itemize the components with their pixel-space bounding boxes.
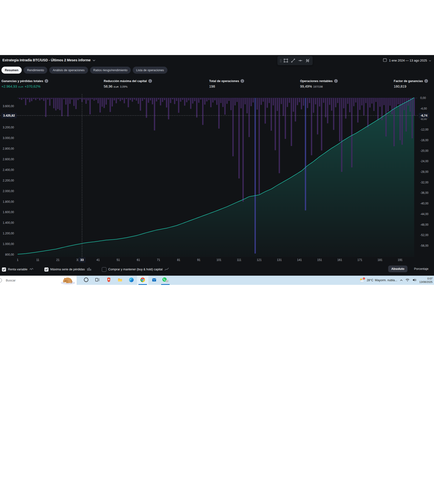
svg-text:32: 32 bbox=[166, 280, 168, 282]
info-icon[interactable] bbox=[148, 79, 152, 83]
trend-line-tool-icon[interactable] bbox=[290, 57, 297, 64]
tab-resumen[interactable]: Resumen bbox=[1, 67, 22, 74]
crosshair-trade-label: 33 bbox=[79, 257, 85, 263]
drag-handle-icon[interactable] bbox=[279, 57, 282, 64]
price-scale-tick: 2.400,00 bbox=[0, 168, 14, 172]
equity-curve-icon bbox=[29, 268, 34, 271]
tab-an-lisis-de-operaciones[interactable]: Análisis de operaciones bbox=[49, 67, 88, 74]
info-icon[interactable] bbox=[424, 79, 428, 83]
trade-axis-tick: 51 bbox=[117, 258, 120, 262]
stat-value: 180,819 bbox=[394, 84, 428, 88]
trade-axis-tick: 171 bbox=[357, 258, 362, 262]
price-scale-tick: 2.800,00 bbox=[0, 147, 14, 150]
search-box-image bbox=[54, 276, 77, 285]
trade-axis-tick: 1 bbox=[17, 258, 18, 262]
page-title: Estrategia Intradía BTC/USD - Últimos 2 … bbox=[2, 58, 91, 62]
taskbar-app-mail[interactable] bbox=[148, 276, 160, 285]
calendar-icon bbox=[383, 58, 387, 63]
candles-tool-icon[interactable] bbox=[304, 57, 311, 64]
checkbox-checked[interactable] bbox=[44, 268, 48, 271]
chart-pane[interactable]: 3.600,003.200,003.000,002.800,002.600,00… bbox=[0, 94, 434, 265]
date-range-label: 1 ene 2024 — 13 ago 2025 bbox=[389, 59, 427, 62]
stat-value: 58,96EUR3,09% bbox=[104, 84, 152, 88]
stat-value: 198 bbox=[209, 84, 244, 88]
crosshair-price-label: 3.425,82 bbox=[1, 113, 17, 118]
info-icon[interactable] bbox=[45, 79, 48, 83]
trade-axis-tick: 161 bbox=[337, 258, 342, 262]
trade-axis-tick: 71 bbox=[157, 258, 160, 262]
legend-toggle-comprar-y-mantener-buy-hold-ca[interactable]: Comprar y mantener (buy & hold) capital bbox=[102, 267, 169, 272]
windows-taskbar: Buscar 32 1 28°C Mayorm. nubla... 0:07 1… bbox=[0, 276, 434, 285]
drawdown-scale-tick: -28,00 bbox=[420, 170, 428, 173]
stat-value: +2.964,93EUR+370,62% bbox=[1, 84, 48, 88]
report-title-dropdown[interactable]: Estrategia Intradía BTC/USD - Últimos 2 … bbox=[2, 58, 95, 62]
legend-label: Renta variable bbox=[8, 268, 27, 271]
drawdown-scale-tick: -44,00 bbox=[420, 212, 428, 216]
cortana-icon bbox=[83, 277, 89, 283]
drawdown-scale-tick: -36,00 bbox=[420, 191, 428, 195]
search-input[interactable]: Buscar bbox=[0, 276, 77, 285]
taskbar-app-edge[interactable] bbox=[126, 276, 137, 285]
file-explorer-icon bbox=[117, 277, 123, 283]
stat-label: Reducción máxima del capital bbox=[104, 79, 147, 83]
mode-button-porcentaje[interactable]: Porcentaje bbox=[411, 266, 432, 272]
checkbox-unchecked[interactable] bbox=[102, 267, 106, 272]
chevron-down-icon bbox=[429, 59, 431, 62]
tab-rendimiento[interactable]: Rendimiento bbox=[24, 67, 47, 74]
series-legend: Renta variableMáxima serie de pérdidasCo… bbox=[2, 266, 169, 273]
drawdown-scale-tick: 0,00 bbox=[420, 96, 426, 100]
stat-factor-de-ganancias: Factor de ganancias180,819 bbox=[394, 79, 428, 88]
stat-reducci-n-m-xima-del-capital: Reducción máxima del capital58,96EUR3,09… bbox=[104, 79, 152, 88]
wifi-icon[interactable] bbox=[405, 278, 410, 282]
info-icon[interactable] bbox=[334, 79, 338, 83]
volume-icon[interactable] bbox=[412, 278, 417, 282]
price-scale-tick: 1.200,00 bbox=[0, 232, 14, 235]
stat-label: Factor de ganancias bbox=[394, 79, 423, 83]
checkbox-checked[interactable] bbox=[2, 268, 6, 271]
tab-ratios-riesgo-rendimiento[interactable]: Ratios riesgo/rendimiento bbox=[90, 67, 131, 74]
drawdown-scale-tick: -32,00 bbox=[420, 181, 428, 184]
chevron-up-icon[interactable] bbox=[400, 279, 403, 282]
taskbar-app-file-explorer[interactable] bbox=[114, 276, 126, 285]
stat-operaciones-rentables: Operaciones rentables99,49%197/198 bbox=[300, 79, 338, 88]
edge-icon bbox=[129, 277, 134, 283]
whatsapp-icon: 32 bbox=[162, 277, 169, 284]
weather-icon: 1 bbox=[359, 277, 365, 283]
taskbar-app-whatsapp[interactable]: 32 bbox=[160, 276, 171, 285]
taskbar-app-task-view[interactable] bbox=[92, 276, 103, 285]
weather-text: Mayorm. nubla... bbox=[375, 279, 397, 282]
stat-total-de-operaciones: Total de operaciones198 bbox=[209, 79, 244, 88]
trade-axis-tick: 141 bbox=[297, 258, 302, 262]
price-scale-tick: 3.600,00 bbox=[0, 105, 14, 108]
trade-axis-tick: 191 bbox=[398, 258, 403, 262]
legend-label: Comprar y mantener (buy & hold) capital bbox=[108, 268, 163, 271]
price-scale-tick: 2.000,00 bbox=[0, 189, 14, 193]
task-view-icon bbox=[95, 277, 100, 283]
horizontal-line-tool-icon[interactable] bbox=[297, 57, 304, 64]
search-icon bbox=[0, 278, 2, 282]
legend-toggle-renta-variable[interactable]: Renta variable bbox=[2, 268, 34, 271]
price-scale-tick: 1.600,00 bbox=[0, 210, 14, 214]
stat-label: Operaciones rentables bbox=[300, 79, 333, 83]
trade-axis-tick: 121 bbox=[257, 258, 262, 262]
legend-label: Máxima serie de pérdidas bbox=[50, 268, 85, 271]
taskbar-app-cortana[interactable] bbox=[80, 276, 92, 285]
trade-axis-tick: 111 bbox=[237, 258, 241, 262]
weather-widget[interactable]: 1 28°C Mayorm. nubla... bbox=[359, 277, 397, 283]
price-scale-tick: 3.000,00 bbox=[0, 136, 14, 140]
date-range-picker[interactable]: 1 ene 2024 — 13 ago 2025 bbox=[383, 58, 431, 63]
clock[interactable]: 0:07 13/08/2025 bbox=[419, 277, 433, 284]
report-tabs: ResumenRendimientoAnálisis de operacione… bbox=[1, 67, 168, 74]
equity-chart[interactable] bbox=[0, 94, 434, 265]
taskbar-app-brave[interactable] bbox=[103, 276, 114, 285]
taskbar-app-chrome[interactable] bbox=[137, 276, 148, 285]
tab-lista-de-operaciones[interactable]: Lista de operaciones bbox=[133, 67, 167, 74]
display-mode-buttons: AbsolutoPorcentaje bbox=[388, 266, 432, 272]
trade-axis-tick: 21 bbox=[56, 258, 59, 262]
price-scale-tick: 1.000,00 bbox=[0, 242, 14, 246]
stat-value: 99,49%197/198 bbox=[300, 84, 338, 88]
info-icon[interactable] bbox=[240, 79, 244, 83]
mode-button-absoluto[interactable]: Absoluto bbox=[388, 266, 407, 272]
legend-toggle-m-xima-serie-de-p-rdidas[interactable]: Máxima serie de pérdidas bbox=[44, 268, 91, 271]
rectangle-tool-icon[interactable] bbox=[282, 57, 290, 64]
